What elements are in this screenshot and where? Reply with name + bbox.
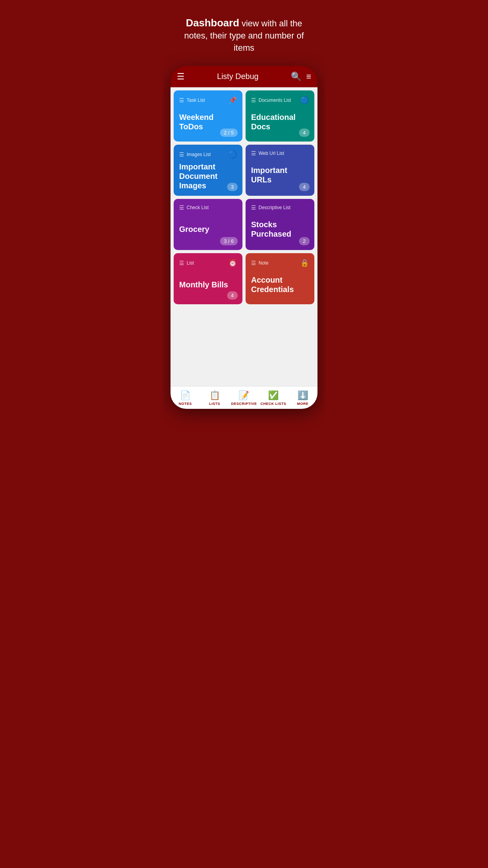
card-header: ☰ Web Url List	[251, 150, 309, 156]
card-type-label: List	[187, 260, 194, 266]
card-corner-icon: 🔵	[228, 150, 237, 159]
card-type-label: Documents List	[259, 97, 291, 103]
card-header: ☰ Documents List 🔵	[251, 96, 309, 105]
app-title: Listy Debug	[189, 72, 286, 81]
nav-item-lists[interactable]: 📋 LISTS	[200, 386, 229, 409]
app-bar: ☰ Listy Debug 🔍 ≡	[171, 66, 317, 87]
list-icon: ☰	[251, 150, 256, 156]
descriptive-nav-icon: 📝	[238, 390, 249, 401]
more-nav-label: MORE	[297, 402, 308, 406]
list-icon: ☰	[251, 97, 256, 103]
card-documents-list-educational-docs[interactable]: ☰ Documents List 🔵 Educational Docs 4	[246, 90, 314, 142]
card-type: ☰ List	[179, 260, 194, 266]
card-header: ☰ Images List 🔵	[179, 150, 237, 159]
card-type: ☰ Web Url List	[251, 150, 284, 156]
list-icon: ☰	[179, 204, 184, 211]
card-badge: 4	[299, 129, 310, 137]
card-type: ☰ Task List	[179, 97, 205, 103]
empty-content-area	[171, 307, 317, 386]
notes-nav-label: NOTES	[179, 402, 192, 406]
lists-nav-label: LISTS	[209, 402, 220, 406]
card-badge: 3 / 6	[220, 237, 238, 245]
card-corner-icon: ⏰	[228, 259, 237, 267]
card-header: ☰ Task List 📌	[179, 96, 237, 105]
hero-bold-text: Dashboard	[186, 17, 239, 29]
card-list-monthly-bills[interactable]: ☰ List ⏰ Monthly Bills 4	[174, 253, 242, 304]
card-type: ☰ Check List	[179, 204, 209, 211]
card-header: ☰ Check List	[179, 204, 237, 211]
list-icon: ☰	[251, 204, 256, 211]
card-header: ☰ Descriptive List	[251, 204, 309, 211]
list-icon: ☰	[179, 260, 184, 266]
card-header: ☰ List ⏰	[179, 259, 237, 267]
checklists-nav-label: CHECK LISTS	[261, 402, 286, 406]
card-type: ☰ Images List	[179, 151, 211, 158]
hero-section: Dashboard view with all the notes, their…	[163, 0, 325, 66]
card-check-list-grocery[interactable]: ☰ Check List Grocery 3 / 6	[174, 199, 242, 250]
filter-icon[interactable]: ≡	[306, 72, 311, 82]
card-type: ☰ Documents List	[251, 97, 291, 103]
list-icon: ☰	[179, 151, 184, 158]
card-type-label: Check List	[187, 205, 209, 210]
list-icon: ☰	[251, 260, 256, 266]
card-type-label: Descriptive List	[259, 205, 290, 210]
card-images-list-important-docs[interactable]: ☰ Images List 🔵 Important Document Image…	[174, 145, 242, 196]
card-title: Account Credentials	[251, 270, 309, 299]
card-web-url-list-important-urls[interactable]: ☰ Web Url List Important URLs 4	[246, 145, 314, 196]
card-badge: 2	[299, 237, 310, 245]
nav-item-notes[interactable]: 📄 NOTES	[171, 386, 200, 409]
checklists-nav-icon: ✅	[268, 390, 279, 401]
card-badge: 4	[227, 291, 238, 300]
card-header: ☰ Note 🔒	[251, 259, 309, 267]
notes-nav-icon: 📄	[180, 390, 191, 401]
card-descriptive-list-stocks[interactable]: ☰ Descriptive List Stocks Purchased 2	[246, 199, 314, 250]
card-task-list-weekend-todos[interactable]: ☰ Task List 📌 Weekend ToDos 2 / 5	[174, 90, 242, 142]
more-nav-icon: ⬇️	[297, 390, 308, 401]
card-badge: 2 / 5	[220, 129, 238, 137]
phone-frame: ☰ Listy Debug 🔍 ≡ ☰ Task List 📌 Weekend …	[171, 66, 317, 409]
card-type-label: Web Url List	[259, 151, 284, 156]
card-type-label: Task List	[187, 97, 205, 103]
list-icon: ☰	[179, 97, 184, 103]
nav-item-more[interactable]: ⬇️ MORE	[288, 386, 317, 409]
card-badge: 4	[299, 183, 310, 191]
card-type: ☰ Descriptive List	[251, 204, 290, 211]
card-corner-icon: 🔵	[300, 96, 309, 105]
card-corner-icon: 📌	[228, 96, 237, 105]
card-corner-icon: 🔒	[300, 259, 309, 267]
card-type: ☰ Note	[251, 260, 268, 266]
lists-nav-icon: 📋	[209, 390, 220, 401]
menu-icon[interactable]: ☰	[177, 72, 185, 82]
card-type-label: Images List	[187, 152, 211, 157]
nav-item-checklists[interactable]: ✅ CHECK LISTS	[259, 386, 288, 409]
bottom-nav: 📄 NOTES 📋 LISTS 📝 DESCRIPTIVE ✅ CHECK LI…	[171, 386, 317, 409]
card-badge: 3	[227, 183, 238, 191]
search-icon[interactable]: 🔍	[291, 72, 301, 82]
descriptive-nav-label: DESCRIPTIVE	[231, 402, 257, 406]
cards-grid: ☰ Task List 📌 Weekend ToDos 2 / 5 ☰ Docu…	[171, 87, 317, 307]
nav-item-descriptive[interactable]: 📝 DESCRIPTIVE	[229, 386, 259, 409]
card-type-label: Note	[259, 260, 268, 266]
card-note-account-credentials[interactable]: ☰ Note 🔒 Account Credentials	[246, 253, 314, 304]
